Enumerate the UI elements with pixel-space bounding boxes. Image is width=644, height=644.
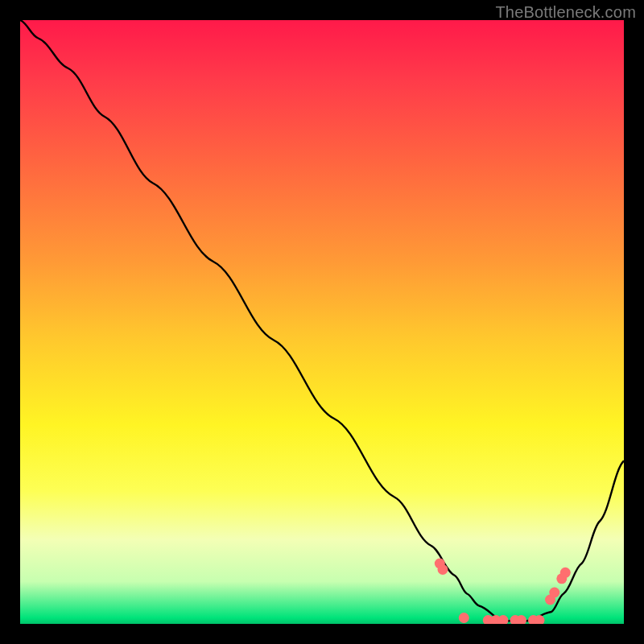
plot-area (20, 20, 624, 624)
attribution-label: TheBottleneck.com (495, 3, 636, 22)
data-dots (435, 559, 571, 625)
data-dot (549, 588, 559, 598)
data-dot (438, 564, 448, 575)
data-dot (560, 568, 571, 578)
bottleneck-curve (20, 20, 624, 621)
chart-svg (20, 20, 624, 624)
data-dot (459, 613, 469, 623)
data-dot (498, 615, 509, 624)
chart-frame: TheBottleneck.com (0, 0, 644, 644)
